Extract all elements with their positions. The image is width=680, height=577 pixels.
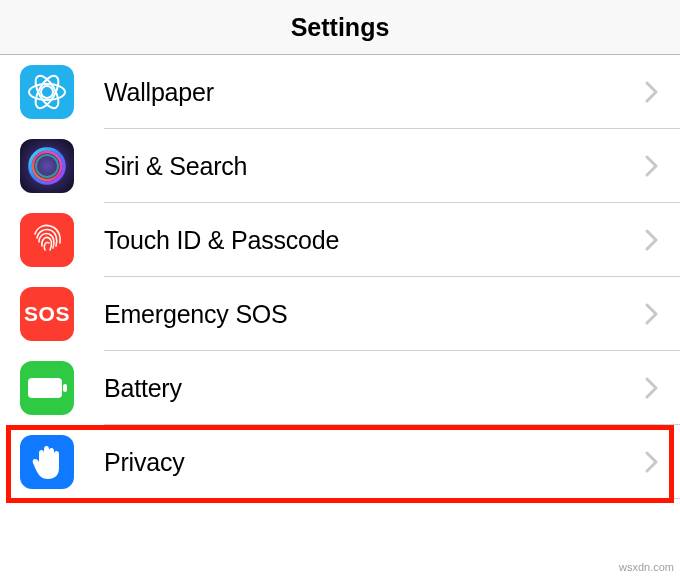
row-emergency-sos[interactable]: SOS Emergency SOS (0, 277, 680, 351)
watermark: wsxdn.com (619, 561, 674, 573)
chevron-right-icon (645, 155, 658, 177)
svg-point-0 (41, 86, 53, 98)
wallpaper-icon (20, 65, 74, 119)
svg-rect-7 (28, 378, 62, 398)
page-title: Settings (291, 13, 390, 42)
siri-icon (20, 139, 74, 193)
hand-icon (20, 435, 74, 489)
row-touchid-passcode[interactable]: Touch ID & Passcode (0, 203, 680, 277)
row-label: Touch ID & Passcode (104, 226, 645, 255)
row-label: Wallpaper (104, 78, 645, 107)
row-battery[interactable]: Battery (0, 351, 680, 425)
row-label: Privacy (104, 448, 645, 477)
battery-icon (20, 361, 74, 415)
chevron-right-icon (645, 451, 658, 473)
header: Settings (0, 0, 680, 55)
settings-list: Wallpaper (0, 55, 680, 499)
row-wallpaper[interactable]: Wallpaper (0, 55, 680, 129)
row-label: Siri & Search (104, 152, 645, 181)
chevron-right-icon (645, 377, 658, 399)
row-privacy[interactable]: Privacy (0, 425, 680, 499)
fingerprint-icon (20, 213, 74, 267)
svg-point-5 (33, 152, 61, 180)
row-label: Battery (104, 374, 645, 403)
svg-rect-8 (63, 384, 67, 392)
row-siri-search[interactable]: Siri & Search (0, 129, 680, 203)
separator (104, 498, 680, 499)
sos-icon: SOS (20, 287, 74, 341)
row-label: Emergency SOS (104, 300, 645, 329)
svg-point-6 (36, 155, 58, 177)
chevron-right-icon (645, 303, 658, 325)
chevron-right-icon (645, 229, 658, 251)
chevron-right-icon (645, 81, 658, 103)
